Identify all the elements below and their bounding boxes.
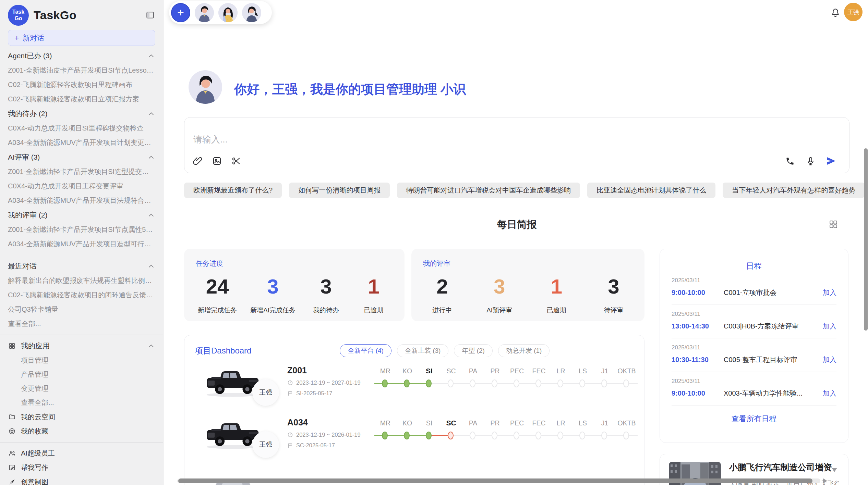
milestone: SC (440, 418, 462, 441)
message-composer (184, 117, 849, 173)
milestone: KO (396, 418, 418, 441)
milestone-label: J1 (594, 418, 616, 428)
stat-card-title: 任务进度 (196, 259, 393, 268)
dashboard-tab[interactable]: 动总开发 (1) (498, 344, 550, 357)
join-meeting-link[interactable]: 加入 (823, 322, 836, 331)
sidebar-tool[interactable]: 创意制图 (8, 475, 155, 485)
message-input[interactable] (193, 134, 708, 145)
sidebar-group-title: Agent已办 (3) (8, 51, 52, 61)
suggestion-chip[interactable]: 比亚迪全固态电池计划具体说了什么 (587, 183, 715, 198)
sidebar-task-item[interactable]: A034-全新新能源MUV产品开发项目法规符合性评审 (8, 193, 155, 208)
sidebar-tool[interactable]: AI超级员工 (8, 446, 155, 460)
milestone-dot (448, 380, 454, 387)
milestone-dot (535, 432, 541, 439)
vertical-scrollbar-thumb[interactable] (864, 148, 868, 331)
sidebar-task-item[interactable]: C02-飞腾新能源轻客改款项目里程碑画布 (8, 77, 155, 92)
dashboard-tab[interactable]: 全新平台 (4) (340, 344, 391, 357)
daily-brief-title: 每日简报 (184, 218, 849, 232)
stat-value: 3 (596, 276, 631, 298)
sidebar-task-item[interactable]: A034-全新新能源MUV产品开发项目造型可行性评审 (8, 237, 155, 251)
sidebar-recent-header[interactable]: 最近对话 (8, 259, 155, 273)
schedule-date: 2025/03/11 (672, 277, 836, 284)
sidebar-app-item[interactable]: 项目管理 (8, 353, 155, 368)
sidebar-group-title: AI评审 (3) (8, 152, 40, 162)
stat-value: 3 (309, 276, 343, 298)
recent-conversation-item[interactable]: 解释最新出台的欧盟报废车法规再生塑料比例被调至15%... (8, 273, 155, 288)
sidebar-group-header[interactable]: 我的评审 (2) (8, 208, 155, 222)
milestone-label: PR (484, 366, 506, 376)
milestone-label: J1 (594, 366, 616, 376)
view-all-schedule-link[interactable]: 查看所有日程 (672, 414, 836, 424)
join-meeting-link[interactable]: 加入 (823, 355, 836, 364)
add-workspace-button[interactable]: + (171, 3, 190, 22)
view-all-apps-link[interactable]: 查看全部... (8, 396, 155, 410)
dashboard-tab[interactable]: 全新上装 (3) (397, 344, 449, 357)
milestone-label: LR (550, 418, 572, 428)
milestone-dot-area (484, 378, 506, 389)
flag-icon (287, 443, 293, 448)
scissors-icon[interactable] (231, 156, 241, 166)
suggestion-chip[interactable]: 特朗普可能对进口汽车增税会对中国车企造成哪些影响 (397, 183, 580, 198)
join-meeting-link[interactable]: 加入 (823, 288, 836, 297)
recent-conversation-item[interactable]: 公司Q3轻卡销量 (8, 302, 155, 316)
suggestion-chip[interactable]: 当下年轻人对汽车外观有怎样的喜好趋势 (723, 183, 865, 198)
milestone: PR (484, 366, 506, 389)
workspace-switcher: + (169, 1, 272, 24)
sidebar-task-item[interactable]: Z001-全新燃油轻卡产品开发项目SI节点属性5D文件评审 (8, 222, 155, 237)
schedule-item-row: 10:30-11:30C005-整车工程目标评审加入 (672, 355, 836, 364)
schedule-time: 9:00-10:00 (672, 389, 724, 397)
avatar[interactable] (218, 3, 238, 22)
app-title: TaskGo (34, 9, 76, 22)
image-icon[interactable] (212, 156, 222, 166)
sidebar-link[interactable]: 我的云空间 (8, 410, 155, 424)
recent-conversation-item[interactable]: C02-飞腾新能源轻客改款项目的闭环通告反馈情况 (8, 288, 155, 302)
schedule-date: 2025/03/11 (672, 311, 836, 318)
sidebar-task-item[interactable]: Z001-全新燃油轻卡产品开发项目SI造型提交物评审 (8, 164, 155, 179)
milestone-dot-area (550, 378, 572, 389)
scroll-right-arrow-icon[interactable] (823, 478, 827, 484)
suggestion-chip[interactable]: 欧洲新规最近颁布了什么? (184, 183, 282, 198)
milestone-dot-area (396, 431, 418, 441)
sidebar-group-header[interactable]: 我的待办 (2) (8, 106, 155, 121)
milestone-dot-area (528, 378, 550, 389)
avatar[interactable] (242, 3, 261, 22)
sidebar-task-item[interactable]: A034-全新新能源MUV产品开发项目计划变更表编写 (8, 135, 155, 150)
suggestion-chip[interactable]: 如何写一份清晰的项目周报 (289, 183, 390, 198)
view-all-conversations-link[interactable]: 查看全部... (8, 316, 155, 331)
sidebar-apps-header[interactable]: 我的应用 (8, 338, 155, 353)
scroll-down-arrow-icon[interactable] (832, 468, 837, 472)
notification-bell-icon[interactable] (830, 8, 841, 18)
dashboard-tab[interactable]: 年型 (2) (454, 344, 493, 357)
new-chat-label: 新对话 (23, 33, 44, 43)
sidebar-group-header[interactable]: AI评审 (3) (8, 150, 155, 164)
paperclip-icon[interactable] (193, 156, 203, 166)
sidebar-group-header[interactable]: Agent已办 (3) (8, 48, 155, 63)
avatar[interactable] (195, 3, 214, 22)
schedule-event-title: C003|H0B-方案冻结评审 (724, 322, 823, 331)
sidebar-tool[interactable]: 帮我写作 (8, 460, 155, 475)
join-meeting-link[interactable]: 加入 (823, 389, 836, 398)
schedule-item: 2025/03/1113:00-14:30C003|H0B-方案冻结评审加入 (672, 305, 836, 338)
sidebar-link[interactable]: 我的收藏 (8, 424, 155, 438)
sidebar-task-item[interactable]: Z001-全新燃油皮卡产品开发项目SI节点Lesson Learn报告 (8, 63, 155, 77)
sidebar-app-item[interactable]: 产品管理 (8, 368, 155, 382)
sidebar-task-groups: Agent已办 (3)Z001-全新燃油皮卡产品开发项目SI节点Lesson L… (8, 48, 155, 251)
horizontal-scrollbar-thumb[interactable] (178, 478, 812, 483)
suggestion-chips: 欧洲新规最近颁布了什么?如何写一份清晰的项目周报特朗普可能对进口汽车增税会对中国… (184, 183, 865, 198)
send-icon[interactable] (826, 156, 836, 166)
sidebar-ai-tools: AI超级员工帮我写作创意制图 (8, 446, 155, 485)
microphone-icon[interactable] (805, 156, 816, 166)
layout-grid-icon[interactable] (829, 220, 838, 229)
milestone-dot (579, 380, 585, 387)
user-avatar[interactable]: 王强 (844, 3, 863, 21)
phone-icon[interactable] (785, 156, 795, 166)
new-chat-button[interactable]: + 新对话 (8, 30, 155, 46)
sidebar-my-apps: 我的应用项目管理产品管理变更管理查看全部... (8, 338, 155, 410)
milestone-dot (579, 432, 585, 439)
sidebar-task-item[interactable]: C0X4-动力总成开发项目工程变更评审 (8, 179, 155, 193)
sidebar-task-item[interactable]: C0X4-动力总成开发项目SI里程碑提交物检查 (8, 121, 155, 135)
collapse-sidebar-icon[interactable] (145, 10, 155, 20)
sidebar-app-item[interactable]: 变更管理 (8, 382, 155, 396)
sidebar-task-item[interactable]: C02-飞腾新能源轻客改款项目立项汇报方案 (8, 92, 155, 106)
sidebar-recent-conversations: 最近对话解释最新出台的欧盟报废车法规再生塑料比例被调至15%...C02-飞腾新… (8, 259, 155, 331)
